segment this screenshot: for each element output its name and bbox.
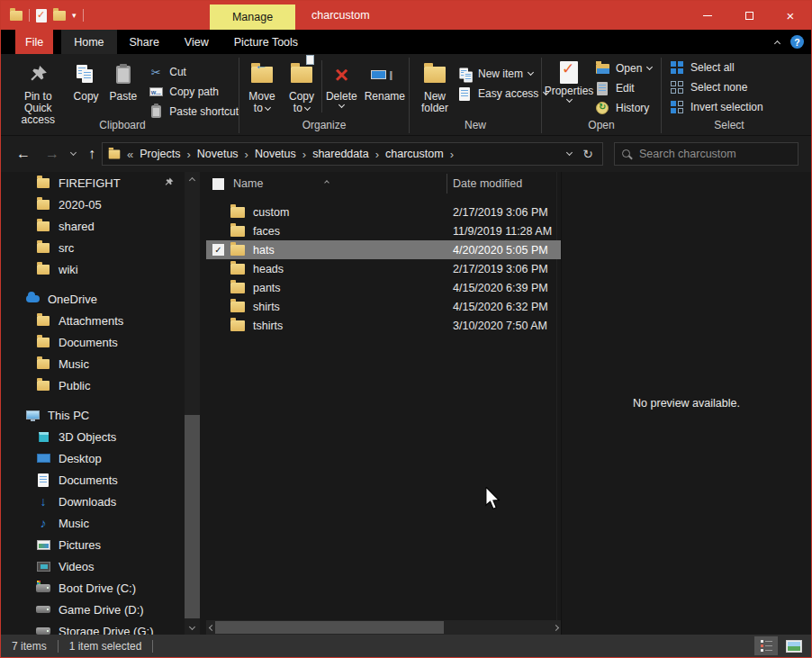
sidebar-item-documents[interactable]: Documents: [1, 469, 185, 491]
tab-manage[interactable]: Manage: [210, 5, 295, 30]
forward-button[interactable]: →: [41, 136, 64, 172]
refresh-icon[interactable]: ↻: [582, 147, 593, 161]
tab-share[interactable]: Share: [117, 30, 172, 54]
sidebar-item-pictures[interactable]: Pictures: [1, 534, 185, 555]
file-row[interactable]: heads 2/17/2019 3:06 PM: [206, 259, 561, 278]
breadcrumb-segment[interactable]: Projects: [140, 148, 180, 160]
copy-to-button[interactable]: Copy to: [282, 57, 321, 116]
tab-file[interactable]: File: [15, 30, 53, 54]
breadcrumb-segment[interactable]: shareddata: [312, 148, 369, 160]
back-button[interactable]: ←: [12, 136, 35, 172]
sidebar-item-shared[interactable]: shared: [1, 215, 185, 237]
copy-button[interactable]: Copy: [70, 57, 103, 104]
delete-button[interactable]: × Delete: [322, 57, 361, 112]
sidebar-item-label: 3D Objects: [59, 430, 116, 444]
sidebar-item-documents[interactable]: Documents: [1, 331, 185, 353]
file-row[interactable]: shirts 4/15/2020 6:32 PM: [206, 297, 561, 316]
open-button[interactable]: Open: [594, 59, 652, 78]
column-divider[interactable]: [447, 174, 447, 194]
sidebar-item-music[interactable]: Music: [1, 512, 185, 534]
copy-path-button[interactable]: w... Copy path: [148, 82, 239, 102]
breadcrumb-separator-icon[interactable]: ›: [245, 148, 248, 161]
sidebar-item-src[interactable]: src: [1, 237, 185, 258]
scroll-up-icon[interactable]: [185, 172, 200, 185]
sidebar-item-attachments[interactable]: Attachments: [1, 310, 185, 331]
edit-button[interactable]: Edit: [594, 78, 652, 98]
scroll-down-icon[interactable]: [185, 622, 200, 635]
thumbnail-view-button[interactable]: [782, 636, 806, 655]
scroll-right-icon[interactable]: [550, 620, 561, 635]
history-button[interactable]: History: [594, 98, 652, 118]
select-all-checkbox[interactable]: [212, 178, 224, 190]
sidebar-item-3d-objects[interactable]: 3D Objects: [1, 426, 185, 447]
up-button[interactable]: ↑: [82, 136, 102, 172]
properties-button[interactable]: ✓ Properties: [544, 57, 594, 106]
sidebar-item-downloads[interactable]: Downloads: [1, 491, 185, 512]
horizontal-scrollbar[interactable]: [206, 620, 561, 635]
rename-button[interactable]: I Rename: [361, 57, 409, 104]
qat-customize-caret-icon[interactable]: ▾: [72, 11, 77, 20]
invert-selection-button[interactable]: Invert selection: [669, 97, 763, 117]
help-icon[interactable]: ?: [790, 35, 804, 49]
new-folder-button[interactable]: New folder: [413, 57, 456, 116]
easy-access-button[interactable]: Easy access: [456, 84, 548, 104]
select-all-button[interactable]: Select all: [669, 58, 735, 77]
breadcrumb: « Projects›Novetus›Novetus›shareddata›ch…: [108, 148, 567, 161]
breadcrumb-segment[interactable]: charcustom: [385, 148, 444, 160]
recent-locations-caret[interactable]: [66, 136, 80, 172]
tab-view[interactable]: View: [172, 30, 221, 54]
file-row[interactable]: faces 11/9/2019 11:28 AM: [206, 221, 561, 240]
breadcrumb-separator-icon[interactable]: ›: [450, 148, 454, 161]
minimize-button[interactable]: [687, 1, 728, 30]
horizontal-scrollbar-thumb[interactable]: [215, 621, 444, 634]
copy-path-icon: w...: [149, 87, 163, 96]
cut-button[interactable]: ✂ Cut: [148, 62, 239, 82]
search-input[interactable]: [639, 148, 790, 160]
sidebar-item-game-drive-d-[interactable]: Game Drive (D:): [1, 599, 185, 620]
select-none-button[interactable]: Select none: [669, 77, 747, 97]
sidebar-scrollbar[interactable]: [185, 172, 200, 635]
breadcrumb-separator-icon[interactable]: ›: [302, 148, 306, 161]
sidebar-item-music[interactable]: Music: [1, 353, 185, 374]
file-row[interactable]: tshirts 3/10/2020 7:50 AM: [206, 316, 561, 335]
new-item-button[interactable]: New item: [456, 64, 548, 84]
sidebar-item-2020-05[interactable]: 2020-05: [1, 194, 185, 215]
move-to-button[interactable]: ← Move to: [242, 57, 282, 116]
qat-properties-icon[interactable]: ✓: [36, 9, 47, 23]
breadcrumb-segment[interactable]: Novetus: [197, 148, 239, 160]
address-dropdown-icon[interactable]: [566, 149, 573, 155]
column-header-name[interactable]: Name: [233, 177, 263, 190]
breadcrumb-separator-icon[interactable]: ›: [186, 148, 190, 161]
file-row[interactable]: ✓ hats 4/20/2020 5:05 PM: [206, 240, 561, 259]
sidebar-scrollbar-thumb[interactable]: [185, 415, 200, 618]
row-checkbox[interactable]: ✓: [212, 244, 224, 256]
sidebar-item-onedrive[interactable]: OneDrive: [1, 288, 185, 310]
sidebar-item-videos[interactable]: Videos: [1, 555, 185, 577]
tab-home[interactable]: Home: [61, 30, 116, 54]
sidebar-item-wiki[interactable]: wiki: [1, 258, 185, 280]
details-view-button[interactable]: [754, 636, 778, 655]
sidebar-item-firefight[interactable]: FIREFIGHT: [1, 172, 185, 194]
column-header-date-modified[interactable]: Date modified: [453, 177, 522, 190]
breadcrumb-segment[interactable]: Novetus: [255, 148, 296, 160]
qat-separator: [83, 9, 84, 22]
search-box[interactable]: [614, 142, 798, 166]
address-bar[interactable]: « Projects›Novetus›Novetus›shareddata›ch…: [102, 142, 603, 166]
maximize-button[interactable]: [728, 1, 770, 30]
pin-to-quick-access-button[interactable]: Pin to Quick access: [6, 57, 70, 128]
file-row[interactable]: pants 4/15/2020 6:39 PM: [206, 278, 561, 297]
sidebar-item-boot-drive-c-[interactable]: Boot Drive (C:): [1, 577, 185, 599]
sidebar-item-public[interactable]: Public: [1, 374, 185, 396]
breadcrumb-separator-icon[interactable]: ›: [375, 148, 379, 161]
tab-picture-tools[interactable]: Picture Tools: [221, 30, 311, 54]
sidebar-item-this-pc[interactable]: This PC: [1, 404, 185, 426]
sidebar-item-storage-drive-g-[interactable]: Storage Drive (G:): [1, 620, 185, 635]
qat-new-folder-icon[interactable]: [53, 11, 66, 21]
file-name: hats: [253, 244, 275, 257]
close-button[interactable]: ×: [770, 1, 811, 30]
file-row[interactable]: custom 2/17/2019 3:06 PM: [206, 203, 561, 221]
paste-button[interactable]: Paste: [106, 57, 141, 104]
sidebar-item-desktop[interactable]: Desktop: [1, 447, 185, 469]
collapse-ribbon-icon[interactable]: [774, 41, 780, 47]
breadcrumb-collapsed-icon[interactable]: «: [127, 148, 133, 161]
